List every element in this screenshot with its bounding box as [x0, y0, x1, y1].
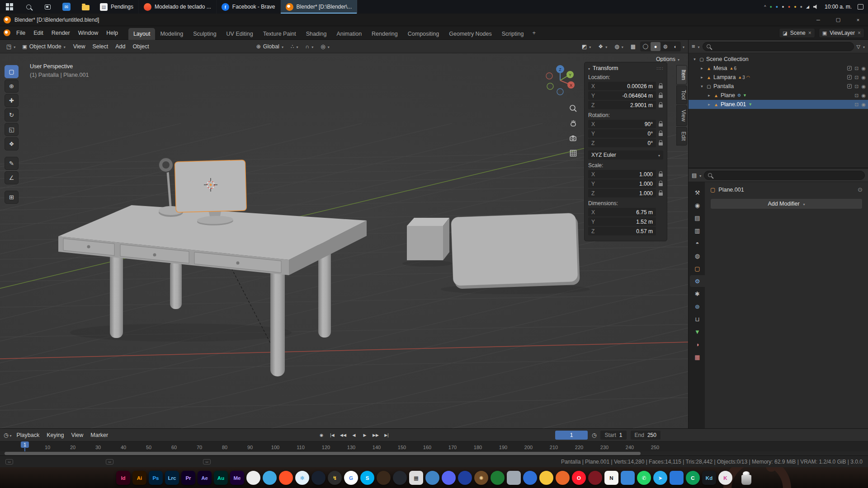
menu-object[interactable]: Object [129, 40, 153, 53]
scene-selector[interactable]: Scene [779, 28, 815, 38]
dock-darkred-app[interactable] [588, 471, 602, 485]
tab-output[interactable]: ▤ [690, 212, 705, 224]
disable-in-renders-toggle[interactable] [861, 66, 866, 71]
play-button[interactable]: ▶ [360, 431, 370, 440]
dimensions-field[interactable]: Z 0.57 m [588, 227, 656, 235]
tab-texture[interactable]: ▦ [690, 351, 705, 363]
start-button[interactable] [0, 0, 19, 14]
workspace-modeling[interactable]: Modeling [155, 28, 188, 40]
tray-gray2-icon[interactable]: ● [800, 5, 802, 9]
sidebar-tab-edit[interactable]: Edit [676, 127, 687, 145]
dock-meet-app[interactable] [670, 471, 684, 485]
workspace-uv-editing[interactable]: UV Editing [222, 28, 258, 40]
close-button[interactable]: × [848, 14, 868, 26]
disclosure-arrow[interactable]: ▸ [698, 75, 705, 80]
menu-window[interactable]: Window [74, 26, 102, 40]
dock-notion[interactable]: N [604, 471, 618, 485]
menu-select[interactable]: Select [89, 40, 112, 53]
dock-krita[interactable]: K [718, 471, 732, 485]
menu-edit[interactable]: Edit [29, 26, 47, 40]
tray-chevron-icon[interactable]: ^ [764, 5, 766, 9]
mail-app-button[interactable]: ✉ [57, 0, 76, 14]
dock-steam[interactable] [311, 471, 326, 485]
dock-media-encoder[interactable]: Me [230, 471, 244, 485]
timeline-ruler[interactable]: 1020304050607080901001101201301401501601… [0, 441, 868, 451]
menu-marker[interactable]: Marker [87, 428, 112, 442]
filter-icon[interactable] [857, 43, 860, 50]
tool-add-cube[interactable]: ⊞ [5, 191, 19, 204]
proportional-editing-toggle[interactable] [318, 42, 332, 51]
snapping-toggle[interactable] [303, 42, 316, 51]
disclosure-arrow[interactable]: ▸ [706, 93, 712, 98]
lock-icon[interactable] [659, 192, 663, 196]
lock-icon[interactable] [659, 104, 663, 108]
tab-constraints[interactable]: ⊔ [690, 313, 705, 325]
volume-icon[interactable] [813, 4, 819, 9]
row-lampara[interactable]: ▸ ▲ Lampara ▲3◠ [689, 73, 868, 82]
exclude-checkbox[interactable] [847, 84, 852, 89]
dock-brave-browser[interactable] [279, 471, 293, 485]
taskbar-clock[interactable]: 10:00 a. m. [823, 4, 854, 10]
tray-blue-icon[interactable]: ● [776, 5, 778, 9]
camera-view-icon[interactable] [569, 134, 578, 143]
row-pantalla[interactable]: ▾ ▢ Pantalla [689, 82, 868, 91]
tab-object-data[interactable]: ▼ [690, 326, 705, 338]
menu-keying[interactable]: Keying [43, 428, 67, 442]
dock-kdenlive[interactable]: Kd [702, 471, 716, 485]
lock-icon[interactable] [659, 174, 663, 177]
dock-dolphin[interactable] [425, 471, 439, 485]
prev-keyframe-button[interactable]: ◀◀ [338, 431, 348, 440]
disclosure-arrow[interactable]: ▸ [706, 102, 712, 107]
task-pendings[interactable]: ▤ Pendings [95, 0, 139, 14]
rotation-field[interactable]: X 90° [588, 120, 656, 128]
sidebar-tab-item[interactable]: Item [676, 65, 687, 84]
workspace-animation[interactable]: Animation [332, 28, 367, 40]
blender-menu-icon[interactable] [4, 29, 10, 36]
tab-world[interactable]: ◍ [690, 250, 705, 262]
tab-particles[interactable]: ✱ [690, 288, 705, 300]
show-gizmos-toggle[interactable] [595, 42, 610, 51]
dock-blue-app[interactable] [523, 471, 537, 485]
disable-in-renders-toggle[interactable] [861, 75, 866, 80]
shading-solid-button[interactable]: ● [651, 42, 660, 51]
row-mesa[interactable]: ▸ ▲ Mesa ▲6 [689, 64, 868, 73]
hide-in-viewport-toggle[interactable] [854, 66, 859, 71]
dock-whatsapp[interactable]: ✆ [637, 471, 651, 485]
tab-object[interactable]: ▢ [690, 263, 705, 274]
menu-view[interactable]: View [70, 40, 89, 53]
rotation-field[interactable]: Z 0° [588, 139, 656, 147]
dock-premiere-pro[interactable]: Pr [181, 471, 195, 485]
tab-physics[interactable]: ⊚ [690, 300, 705, 312]
jump-to-start-button[interactable]: |◀ [327, 431, 337, 440]
dock-paint-app[interactable] [621, 471, 635, 485]
playback-sync-icon[interactable] [592, 432, 596, 438]
tab-modifiers[interactable]: ⚙ [690, 275, 705, 287]
location-field[interactable]: X 0.00026 m [588, 82, 656, 90]
lock-icon[interactable] [659, 142, 663, 145]
tab-scene[interactable]: ◓ [690, 237, 705, 249]
dock-playstation[interactable] [458, 471, 472, 485]
play-reverse-button[interactable]: ◀ [349, 431, 359, 440]
view-layer-selector[interactable]: ViewLayer [819, 28, 864, 38]
lock-icon[interactable] [659, 85, 663, 89]
tray-green-icon[interactable]: ● [769, 5, 772, 9]
object-visibility-menu[interactable] [579, 42, 594, 51]
disclosure-arrow[interactable]: ▸ [698, 66, 705, 70]
scale-field[interactable]: Y 1.000 [588, 179, 656, 188]
hide-in-viewport-toggle[interactable] [854, 84, 859, 89]
dimensions-field[interactable]: Y 1.52 m [588, 217, 656, 226]
add-modifier-button[interactable]: Add Modifier [710, 198, 863, 209]
tray-gray-icon[interactable]: ● [782, 5, 784, 9]
shading-wireframe-button[interactable]: ◯ [641, 42, 651, 51]
dock-dark-app[interactable] [393, 471, 407, 485]
dock-lightroom-classic[interactable]: Lrc [165, 471, 179, 485]
menu-file[interactable]: File [12, 26, 29, 40]
dock-green-app[interactable] [491, 471, 505, 485]
tab-view-layer[interactable]: ▥ [690, 225, 705, 236]
location-field[interactable]: Y -0.064604 m [588, 91, 656, 100]
workspace-layout[interactable]: Layout [128, 28, 156, 40]
lock-icon[interactable] [659, 123, 663, 127]
file-explorer-button[interactable] [76, 0, 95, 14]
scale-field[interactable]: X 1.000 [588, 170, 656, 178]
tray-network-icon[interactable]: ◢ [806, 5, 809, 9]
